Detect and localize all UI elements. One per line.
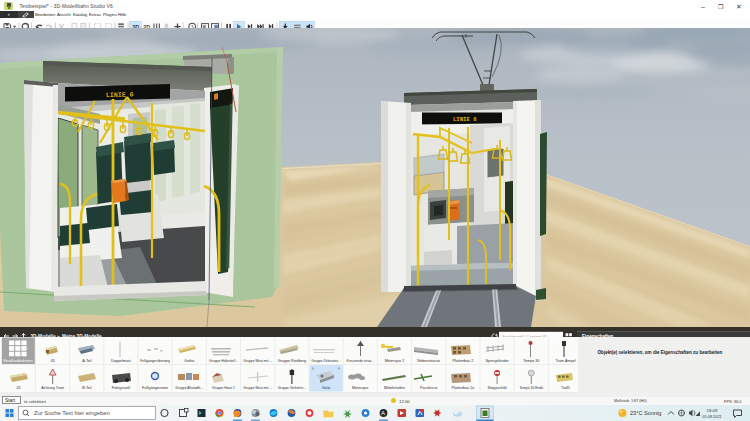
svg-text:Gruppe Verkehrs...: Gruppe Verkehrs...: [278, 386, 307, 390]
svg-text:Fußgängerzone: Fußgängerzone: [142, 386, 168, 390]
svg-text:Gotha: Gotha: [184, 359, 195, 363]
svg-text:A-Teil: A-Teil: [82, 359, 91, 363]
svg-text:B-Teil: B-Teil: [82, 386, 91, 390]
svg-text:Fahrgestell: Fahrgestell: [112, 386, 130, 390]
svg-text:23°C Sonnig: 23°C Sonnig: [630, 410, 661, 416]
svg-text:42: 42: [16, 386, 20, 390]
svg-text:Gruppe Zebrastre...: Gruppe Zebrastre...: [311, 359, 341, 363]
svg-text:Tempo 30: Tempo 30: [523, 359, 539, 363]
svg-text:18:09: 18:09: [707, 408, 718, 413]
svg-text:LINIE 6: LINIE 6: [453, 116, 477, 123]
svg-text:Gruppe Haus 1: Gruppe Haus 1: [212, 386, 235, 390]
svg-text:Straßenbahnen: Straßenbahnen: [3, 358, 33, 363]
svg-text:Gruppe Mast mit ...: Gruppe Mast mit ...: [243, 359, 272, 363]
svg-text:Kreuzende stras...: Kreuzende stras...: [347, 359, 375, 363]
svg-text:Gruppe Mast mit ...: Gruppe Mast mit ...: [243, 386, 272, 390]
svg-text:Fußgängerüberweg: Fußgängerüberweg: [140, 359, 170, 363]
svg-text:Meterspur 2: Meterspur 2: [385, 359, 405, 363]
svg-text:Passkreuz: Passkreuz: [420, 386, 437, 390]
svg-text:45: 45: [51, 359, 55, 363]
svg-text:Stoppschild: Stoppschild: [488, 386, 507, 390]
svg-text:Nebenstrasse: Nebenstrasse: [417, 359, 440, 363]
svg-text:Tw45: Tw45: [561, 386, 570, 390]
svg-text:LINIE 6: LINIE 6: [106, 91, 134, 99]
svg-text:Gisla: Gisla: [322, 386, 331, 390]
svg-text:Meterspur: Meterspur: [352, 386, 369, 390]
svg-text:Zur Suche Text hier eingeben: Zur Suche Text hier eingeben: [34, 410, 110, 416]
svg-text:Gruppe Haltestell...: Gruppe Haltestell...: [209, 359, 238, 363]
svg-text:05.09.2021: 05.09.2021: [702, 414, 721, 419]
svg-text:Gruppe Altstadth...: Gruppe Altstadth...: [175, 386, 203, 390]
svg-text:A: A: [381, 410, 385, 416]
svg-text:Achtung Tram: Achtung Tram: [41, 386, 64, 390]
svg-text:Mittelstreifen: Mittelstreifen: [384, 386, 405, 390]
svg-text:Plattenbau 2a: Plattenbau 2a: [452, 386, 476, 390]
svg-text:Doppelmast: Doppelmast: [111, 359, 131, 363]
svg-text:Tram-Ampel: Tram-Ampel: [555, 359, 575, 363]
svg-text:Plattenbau 2: Plattenbau 2: [453, 359, 474, 363]
svg-text:Gruppe Riedberg: Gruppe Riedberg: [278, 359, 306, 363]
svg-text:Sperrgeländer: Sperrgeländer: [485, 359, 509, 363]
svg-text:Tempo 30 Ende: Tempo 30 Ende: [519, 386, 543, 390]
